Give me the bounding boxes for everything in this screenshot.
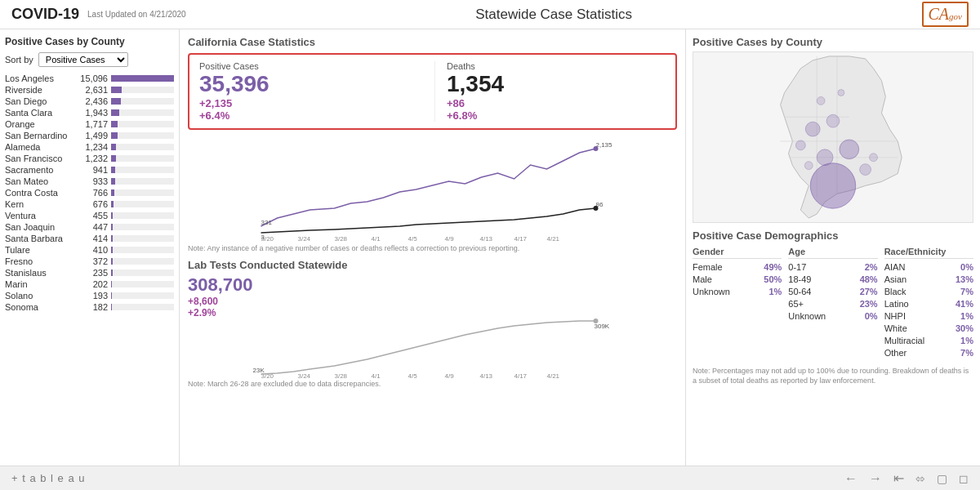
county-row: Marin202	[5, 279, 174, 289]
county-bar-wrap	[111, 235, 174, 242]
county-row: San Diego2,436	[5, 96, 174, 106]
county-count: 410	[77, 245, 108, 255]
svg-point-39	[817, 96, 825, 105]
gender-row: Male50%	[693, 274, 782, 284]
county-bar	[111, 224, 113, 230]
county-bar	[111, 270, 113, 276]
lab-chart: 3/20 3/24 3/28 4/1 4/5 4/9 4/13 4/17 4/2…	[188, 318, 677, 380]
age-label: 65+	[788, 299, 804, 309]
stats-box: Positive Cases 35,396 +2,135 +6.4% Death…	[188, 53, 677, 130]
page-title: Statewide Case Statistics	[475, 7, 632, 23]
svg-text:3/28: 3/28	[335, 235, 348, 243]
positive-cases-label: Positive Cases	[199, 61, 418, 71]
svg-text:4/21: 4/21	[547, 372, 560, 380]
county-count: 372	[77, 256, 108, 266]
svg-text:4/13: 4/13	[480, 372, 493, 380]
race-label: Multiracial	[884, 336, 925, 345]
share-btn[interactable]: ⬄	[915, 472, 925, 485]
svg-point-42	[870, 154, 878, 162]
svg-point-35	[805, 122, 820, 136]
sort-select[interactable]: Positive Cases	[38, 52, 128, 67]
race-col: Race/Ethnicity AIAN0%Asian13%Black7%Lati…	[884, 247, 973, 360]
lab-change2: +2.9%	[188, 307, 677, 318]
download-btn[interactable]: ▢	[937, 472, 947, 485]
county-count: 193	[77, 291, 108, 301]
gender-pct: 50%	[764, 274, 782, 284]
positive-cases-change1: +2,135	[199, 97, 418, 109]
fullscreen-btn[interactable]: ◻	[959, 472, 969, 485]
svg-text:2,135: 2,135	[596, 141, 613, 149]
age-pct: 0%	[865, 311, 878, 321]
county-name: Alameda	[5, 142, 77, 152]
county-bar-wrap	[111, 224, 174, 230]
county-bar	[111, 212, 113, 219]
county-bar	[111, 144, 116, 150]
race-label: AIAN	[884, 262, 906, 272]
sort-label: Sort by	[5, 55, 33, 65]
positive-cases-stat: Positive Cases 35,396 +2,135 +6.4%	[199, 61, 418, 122]
county-bar	[111, 98, 121, 105]
age-label: Unknown	[788, 311, 826, 321]
county-bar	[111, 121, 118, 127]
race-row: Black7%	[884, 287, 973, 296]
county-bar-wrap	[111, 281, 174, 287]
svg-text:3/24: 3/24	[298, 235, 311, 243]
county-row: Sacramento941	[5, 165, 174, 175]
county-row: Alameda1,234	[5, 142, 174, 152]
map-title: Positive Cases by County	[693, 36, 973, 48]
county-name: Orange	[5, 119, 77, 129]
county-name: San Mateo	[5, 176, 77, 186]
county-name: Sonoma	[5, 302, 77, 312]
county-bar	[111, 167, 115, 173]
left-panel-title: Positive Cases by County	[5, 36, 174, 47]
county-name: San Bernardino	[5, 131, 77, 140]
county-row: Solano193	[5, 291, 174, 301]
county-row: San Bernardino1,499	[5, 131, 174, 140]
county-bar	[111, 87, 122, 93]
county-name: Riverside	[5, 85, 77, 95]
cases-deaths-chart: 3/20 3/24 3/28 4/1 4/5 4/9 4/13 4/17 4/2…	[188, 136, 677, 243]
county-bar	[111, 247, 113, 253]
middle-panel: California Case Statistics Positive Case…	[180, 29, 686, 466]
positive-cases-change2: +6.4%	[199, 109, 418, 122]
header: COVID-19 Last Updated on 4/21/2020 State…	[0, 0, 980, 29]
svg-text:4/1: 4/1	[372, 372, 381, 380]
county-count: 933	[77, 176, 108, 186]
main-layout: Positive Cases by County Sort by Positiv…	[0, 29, 980, 466]
county-bar	[111, 201, 114, 207]
county-bar	[111, 189, 114, 196]
svg-text:309K: 309K	[595, 323, 610, 330]
svg-text:4/17: 4/17	[514, 235, 528, 243]
county-name: San Joaquin	[5, 222, 77, 232]
deaths-value: 1,354	[447, 71, 666, 97]
gender-col: Gender Female49%Male50%Unknown1%	[693, 247, 782, 360]
deaths-change2: +6.8%	[447, 109, 666, 122]
county-row: Ventura455	[5, 211, 174, 220]
age-row: 18-4948%	[788, 274, 877, 284]
demo-note: Note: Percentages may not add up to 100%…	[693, 367, 973, 385]
race-label: Black	[884, 287, 906, 296]
county-bar	[111, 281, 112, 287]
svg-text:4/5: 4/5	[408, 235, 418, 243]
county-bar	[111, 109, 119, 116]
forward-btn[interactable]: →	[869, 471, 882, 486]
svg-point-40	[838, 90, 844, 96]
county-name: Los Angeles	[5, 74, 77, 83]
county-count: 1,717	[77, 119, 108, 129]
county-count: 182	[77, 302, 108, 312]
county-count: 15,096	[77, 74, 108, 83]
svg-point-34	[817, 149, 833, 166]
ca-gov-logo: CAgov	[922, 2, 969, 27]
county-bar-wrap	[111, 258, 174, 265]
county-count: 1,499	[77, 131, 108, 140]
county-bar-wrap	[111, 87, 174, 93]
county-list: Los Angeles15,096Riverside2,631San Diego…	[5, 74, 174, 459]
county-count: 676	[77, 199, 108, 209]
back-btn[interactable]: ←	[844, 471, 858, 486]
race-pct: 1%	[960, 311, 973, 321]
county-bar-wrap	[111, 304, 174, 310]
first-btn[interactable]: ⇤	[893, 470, 904, 486]
county-row: Sonoma182	[5, 302, 174, 312]
race-pct: 41%	[956, 299, 973, 309]
svg-text:4/21: 4/21	[547, 235, 560, 243]
